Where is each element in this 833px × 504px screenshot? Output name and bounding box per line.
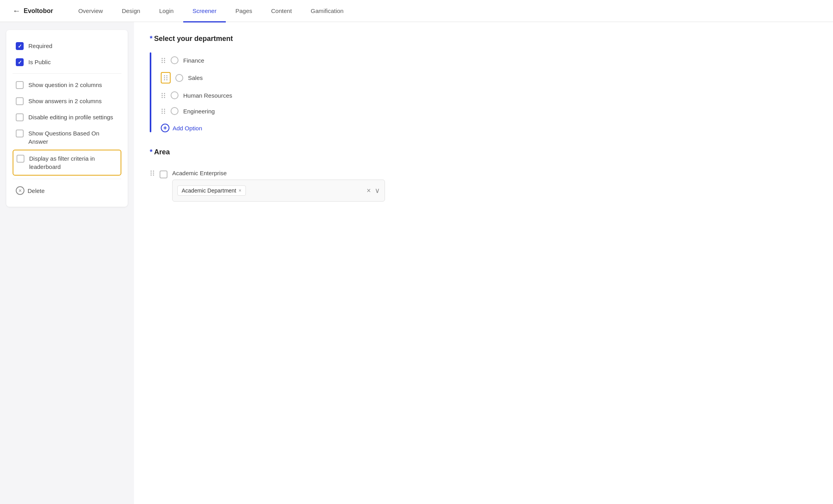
area-option-content: Academic Enterprise Academic Department … xyxy=(172,170,385,202)
answer-text-finance: Finance xyxy=(183,57,204,64)
option-show-questions-based[interactable]: Show Questions Based On Answer xyxy=(13,125,121,150)
checkbox-show-questions-based[interactable] xyxy=(16,130,24,137)
required-star-dept: * xyxy=(150,35,152,43)
answer-text-hr: Human Resources xyxy=(183,92,232,99)
drag-handle-finance[interactable] xyxy=(161,57,166,64)
blue-vertical-line xyxy=(150,52,151,132)
option-label-show-questions-based: Show Questions Based On Answer xyxy=(28,129,118,146)
option-show-answers-2col[interactable]: Show answers in 2 columns xyxy=(13,93,121,109)
tab-content[interactable]: Content xyxy=(262,0,301,22)
tab-design[interactable]: Design xyxy=(112,0,150,22)
main-layout: Required Is Public Show question in 2 co… xyxy=(0,22,833,504)
checkbox-academic-enterprise[interactable] xyxy=(160,170,167,178)
right-panel: *Select your department Finance xyxy=(134,22,833,504)
tab-screener[interactable]: Screener xyxy=(183,0,226,22)
radio-hr[interactable] xyxy=(171,91,178,99)
divider-2 xyxy=(13,179,121,179)
answer-option-hr: Human Resources xyxy=(161,87,817,103)
brand-name: Evoltobor xyxy=(24,7,53,15)
add-option-button[interactable]: + Add Option xyxy=(161,124,817,132)
add-option-label: Add Option xyxy=(173,125,202,132)
top-nav: ← Evoltobor Overview Design Login Screen… xyxy=(0,0,833,22)
left-panel: Required Is Public Show question in 2 co… xyxy=(0,22,134,504)
answer-text-sales: Sales xyxy=(188,74,203,81)
delete-circle-icon: × xyxy=(16,186,24,195)
radio-engineering[interactable] xyxy=(171,107,178,115)
checkbox-display-filter[interactable] xyxy=(17,155,24,163)
checkbox-show-answers-2col[interactable] xyxy=(16,97,24,105)
option-label-show-question-2col: Show question in 2 columns xyxy=(28,81,102,89)
option-label-disable-editing: Disable editing in profile settings xyxy=(28,113,113,121)
area-section: *Area Academic Enterprise Academic Depar… xyxy=(150,148,817,206)
drag-handle-sales[interactable] xyxy=(161,72,171,83)
option-show-question-2col[interactable]: Show question in 2 columns xyxy=(13,77,121,93)
answer-text-engineering: Engineering xyxy=(183,108,215,115)
checkbox-disable-editing[interactable] xyxy=(16,113,24,121)
area-dropdown-clear[interactable]: × xyxy=(366,187,371,195)
area-option-academic: Academic Enterprise Academic Department … xyxy=(150,166,817,206)
drag-handle-engineering[interactable] xyxy=(161,108,166,115)
nav-tabs: Overview Design Login Screener Pages Con… xyxy=(69,0,820,22)
option-label-display-filter: Display as filter criteria in leaderboar… xyxy=(29,154,117,171)
tab-gamification[interactable]: Gamification xyxy=(301,0,353,22)
department-answers: Finance Sales xyxy=(161,52,817,132)
drag-handle-area[interactable] xyxy=(150,170,155,176)
answer-option-finance: Finance xyxy=(161,52,817,68)
option-is-public[interactable]: Is Public xyxy=(13,54,121,70)
area-tag-academic-dept: Academic Department × xyxy=(177,185,246,196)
required-star-area: * xyxy=(150,148,152,156)
option-required[interactable]: Required xyxy=(13,38,121,54)
delete-label: Delete xyxy=(28,187,45,195)
option-disable-editing[interactable]: Disable editing in profile settings xyxy=(13,109,121,125)
drag-handle-hr[interactable] xyxy=(161,92,166,99)
area-tag-close-button[interactable]: × xyxy=(239,188,242,193)
area-section-title: *Area xyxy=(150,148,817,156)
area-dropdown-chevron[interactable]: ∨ xyxy=(375,186,380,195)
area-dropdown[interactable]: Academic Department × × ∨ xyxy=(172,180,385,202)
checkbox-required[interactable] xyxy=(16,42,24,50)
option-label-show-answers-2col: Show answers in 2 columns xyxy=(28,97,102,105)
tab-overview[interactable]: Overview xyxy=(69,0,113,22)
option-label-required: Required xyxy=(28,42,52,50)
divider-1 xyxy=(13,73,121,74)
add-option-icon: + xyxy=(161,124,169,132)
answer-option-engineering: Engineering xyxy=(161,103,817,119)
radio-sales[interactable] xyxy=(175,74,183,82)
department-content-block: Finance Sales xyxy=(150,52,817,132)
area-option-label: Academic Enterprise xyxy=(172,170,227,176)
area-dropdown-controls: × ∨ xyxy=(366,186,380,195)
options-card: Required Is Public Show question in 2 co… xyxy=(6,30,128,207)
department-section-title: *Select your department xyxy=(150,35,817,43)
area-tag-label: Academic Department xyxy=(182,187,236,194)
option-label-is-public: Is Public xyxy=(28,58,51,66)
answer-option-sales: Sales xyxy=(161,68,817,87)
tab-pages[interactable]: Pages xyxy=(226,0,262,22)
checkbox-show-question-2col[interactable] xyxy=(16,81,24,89)
checkbox-is-public[interactable] xyxy=(16,58,24,66)
back-button[interactable]: ← xyxy=(13,6,20,15)
delete-button[interactable]: × Delete xyxy=(13,182,121,199)
option-display-filter[interactable]: Display as filter criteria in leaderboar… xyxy=(13,150,121,176)
radio-finance[interactable] xyxy=(171,56,178,64)
tab-login[interactable]: Login xyxy=(150,0,183,22)
